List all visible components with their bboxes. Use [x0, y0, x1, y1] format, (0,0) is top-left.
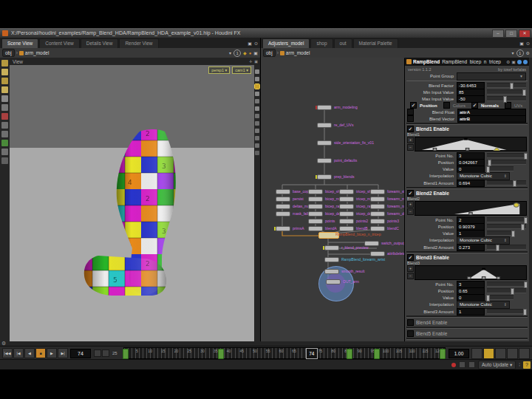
network-node[interactable]: arm_modeling: [317, 105, 332, 110]
tab-adjusters_model[interactable]: Adjusters_model: [262, 38, 310, 48]
pane-maximize-icon[interactable]: ▣: [519, 41, 524, 47]
network-node[interactable]: tricep_delta: [339, 211, 354, 216]
handles-tool-icon[interactable]: [1, 95, 8, 102]
camera-chip[interactable]: persp1 ▾: [208, 66, 230, 74]
network-node[interactable]: RampBlend_forearm_wrist: [324, 257, 339, 262]
display-opt2-icon[interactable]: [255, 121, 259, 126]
param-slider[interactable]: [487, 224, 526, 229]
checkbox-colors[interactable]: [443, 102, 450, 109]
ramp-add-button[interactable]: +: [407, 201, 414, 208]
misc-tool2-icon[interactable]: [1, 131, 8, 137]
wireframe-icon[interactable]: [255, 77, 259, 81]
tab-shop[interactable]: shop: [310, 38, 332, 48]
pane-maximize-icon[interactable]: ▣: [248, 41, 252, 47]
network-node[interactable]: OUT_arm: [326, 279, 341, 284]
display-opt6-icon[interactable]: [255, 151, 259, 155]
maximize-button[interactable]: □: [505, 30, 517, 38]
param-slider[interactable]: [487, 231, 514, 236]
ramp-del-button[interactable]: −: [407, 144, 414, 151]
path-node[interactable]: arm_model: [286, 50, 310, 55]
settings-icon[interactable]: ⚙: [526, 50, 530, 55]
keyframe-options-icon[interactable]: [495, 348, 506, 359]
checkbox[interactable]: [407, 109, 414, 115]
magnet-icon[interactable]: ◆: [243, 50, 247, 55]
network-node[interactable]: mask_falloff: [276, 211, 290, 216]
op-name-field[interactable]: RampBlend_bicep_n_tricep: [442, 59, 506, 64]
ramp-add-button[interactable]: +: [407, 265, 414, 272]
param-value-field[interactable]: -50: [457, 95, 485, 103]
point-group-dropdown[interactable]: ▼: [457, 72, 526, 81]
checkbox[interactable]: [407, 115, 414, 122]
auto-update-dropdown[interactable]: Auto Update ▾: [478, 361, 516, 369]
param-slider[interactable]: [487, 245, 526, 250]
network-node[interactable]: tricep_shape: [339, 189, 354, 194]
scene-viewport[interactable]: persp1 ▾cam1 ▾ 2 5 3 4: [10, 65, 254, 341]
param-slider[interactable]: [487, 153, 526, 158]
tab-scene-view[interactable]: Scene View: [1, 38, 38, 48]
blue-dot-icon[interactable]: [517, 60, 522, 64]
play-button[interactable]: ▶: [47, 348, 57, 358]
grid-icon[interactable]: [255, 99, 259, 103]
param-slider[interactable]: [487, 89, 526, 95]
translate-tool-icon[interactable]: [1, 69, 8, 75]
param-slider[interactable]: [487, 96, 526, 101]
network-node[interactable]: persist: [276, 197, 290, 202]
network-node[interactable]: RampBlend_bicep_n_tricep: [318, 232, 339, 239]
param-value-field[interactable]: 0.694: [457, 180, 485, 187]
network-node[interactable]: point_defaults: [317, 158, 332, 163]
play-reverse-button[interactable]: ◀: [24, 348, 35, 358]
ramp-del-button[interactable]: −: [407, 208, 414, 215]
path-context[interactable]: obj: [2, 49, 15, 57]
ramp-add-button[interactable]: +: [407, 137, 414, 143]
texture-icon[interactable]: [255, 84, 259, 89]
rotate-tool-icon[interactable]: [1, 78, 8, 84]
path-dropdown-icon[interactable]: ▾: [229, 50, 231, 55]
layout-icon[interactable]: ▣: [254, 59, 258, 64]
network-node[interactable]: bicep_delta: [308, 211, 323, 216]
ramp-widget[interactable]: +−: [407, 265, 527, 280]
ramp-widget[interactable]: +−: [407, 201, 527, 216]
param-value-field[interactable]: 1: [457, 308, 485, 316]
pane-menu-icon[interactable]: ⊙: [254, 41, 258, 47]
parameter-scrollbar[interactable]: [529, 58, 532, 341]
snapshot-icon[interactable]: 1: [516, 50, 524, 57]
jump-start-button[interactable]: |◀◀: [2, 348, 13, 358]
network-node[interactable]: deltas_mask: [276, 204, 290, 209]
checkbox-blend-enable[interactable]: ✓: [407, 126, 414, 132]
tab-render-view[interactable]: Render View: [119, 38, 158, 48]
ramp-curve[interactable]: [415, 201, 527, 216]
network-node[interactable]: blendB: [339, 226, 354, 231]
snap-tool-icon[interactable]: [1, 104, 8, 111]
checkbox-blend-enable[interactable]: [407, 330, 414, 337]
param-slider[interactable]: [487, 282, 526, 287]
camera-lock-icon[interactable]: [255, 106, 259, 111]
network-node[interactable]: bicep_ramp: [308, 204, 323, 209]
frame-step-up-button[interactable]: [102, 349, 109, 357]
current-frame-indicator[interactable]: 74: [306, 348, 318, 359]
checkbox-position[interactable]: ✓: [410, 102, 417, 109]
network-node[interactable]: forearm_ramp: [370, 204, 385, 209]
misc-tool-icon[interactable]: [1, 122, 8, 129]
param-slider[interactable]: [487, 295, 514, 300]
checkbox-blend-enable[interactable]: ✓: [407, 254, 414, 261]
help-icon[interactable]: ?: [523, 361, 531, 369]
network-node[interactable]: base_copy: [276, 189, 290, 194]
snapshot-icon[interactable]: 1: [233, 50, 241, 57]
network-node[interactable]: side_orientation_fix_v01: [317, 140, 332, 146]
character-icon[interactable]: ●: [249, 51, 252, 55]
ramp-curve[interactable]: [415, 137, 527, 151]
network-node[interactable]: attribdelete_keep_N: [370, 251, 385, 256]
lighting-icon[interactable]: [255, 92, 259, 96]
network-node[interactable]: tricep_ramp: [339, 204, 354, 209]
network-node[interactable]: bicep_shape: [308, 189, 323, 194]
keyframe-marker[interactable]: [347, 349, 352, 359]
network-node[interactable]: forearm_delta: [370, 211, 385, 216]
checkbox-blend-enable[interactable]: ✓: [407, 190, 414, 197]
camera-chip[interactable]: cam1 ▾: [232, 66, 251, 74]
tab-material-palette[interactable]: Material Palette: [353, 38, 398, 48]
ramp-curve[interactable]: [415, 265, 527, 280]
network-node[interactable]: tricep_mask_v02: [339, 197, 354, 202]
status-icon-a[interactable]: [459, 361, 466, 368]
tab-details-view[interactable]: Details View: [81, 38, 119, 48]
ramp-widget[interactable]: +−: [407, 137, 527, 151]
